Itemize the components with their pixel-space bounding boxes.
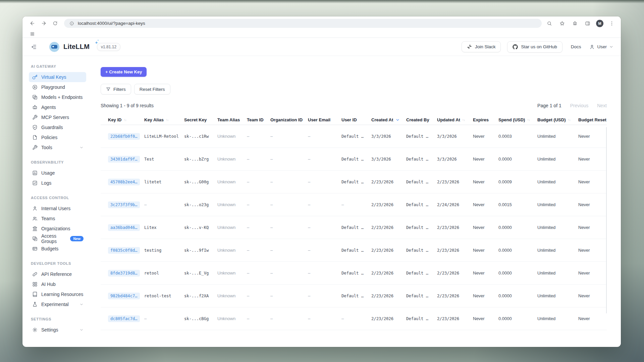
user-icon (32, 206, 38, 211)
cell-key-id: dc805fac7d… (108, 315, 144, 322)
sidebar-item-access-groups[interactable]: Access GroupsNew (29, 234, 86, 244)
back-icon[interactable] (28, 19, 37, 28)
cell-expires: Never (473, 293, 498, 298)
create-new-key-button[interactable]: + Create New Key (101, 67, 147, 77)
sidebar-item-models-endpoints[interactable]: Models + Endpoints (29, 92, 86, 102)
next-page-button[interactable]: Next (597, 103, 607, 108)
sidebar-item-budgets[interactable]: Budgets (29, 244, 86, 254)
table-scrollbar[interactable] (606, 127, 607, 313)
cell-key-id: 34301daf9f… (108, 156, 144, 163)
key-id-link[interactable]: 8fde3719d8… (108, 270, 140, 277)
cell-updated-at: 2/23/2026 (437, 294, 473, 298)
sidebar-item-tools[interactable]: Tools (29, 142, 86, 153)
sort-icon[interactable]: ↑↓ (123, 118, 126, 122)
key-id-link[interactable]: 3c273f3f9b… (108, 201, 140, 208)
cell-user-id: Default … (341, 180, 371, 184)
column-header-created-by[interactable]: Created By (406, 117, 437, 122)
column-header-organization-id[interactable]: Organization ID (270, 117, 308, 122)
browser-profile-avatar[interactable]: M (596, 20, 603, 27)
column-header-expires[interactable]: Expires (473, 117, 498, 122)
column-header-key-alias[interactable]: Key Alias↑↓ (144, 117, 184, 122)
key-id-link[interactable]: f0835c0f8d… (108, 247, 140, 254)
side-panel-icon[interactable] (583, 19, 592, 28)
cell-budget-usd: Unlimited (537, 157, 578, 162)
sidebar-item-api-reference[interactable]: API Reference (29, 269, 86, 279)
browser-menu-icon[interactable] (607, 19, 616, 28)
column-header-user-id[interactable]: User ID (341, 117, 371, 122)
column-header-secret-key[interactable]: Secret Key (184, 117, 217, 122)
extensions-icon[interactable] (571, 19, 579, 28)
column-header-spend-usd[interactable]: Spend (USD)↑↓ (498, 117, 537, 122)
column-header-user-email[interactable]: User Email (308, 117, 341, 122)
sidebar-item-organizations[interactable]: Organizations (29, 224, 86, 234)
bookmark-star-icon[interactable] (558, 19, 567, 28)
table-row[interactable]: aa36bad046…Litexsk-...v-KQUnknown–––Defa… (101, 216, 607, 239)
reload-icon[interactable] (51, 19, 59, 28)
cell-team-alias: Unknown (217, 248, 247, 253)
cell-spend-usd: 0.0003 (498, 134, 537, 139)
column-header-team-alias[interactable]: Team Alias (217, 117, 247, 122)
sidebar-item-usage[interactable]: Usage (29, 168, 86, 178)
join-slack-button[interactable]: Join Slack (462, 41, 501, 52)
column-header-budget-reset[interactable]: Budget Reset (578, 117, 607, 122)
sidebar-item-ai-hub[interactable]: AI Hub (29, 279, 86, 289)
table-row[interactable]: 982bd484c7…retool-testsk-...f2XAUnknown–… (101, 285, 607, 307)
table-row[interactable]: f0835c0f8d…testingsk-...9fIwUnknown–––De… (101, 239, 607, 262)
reset-filters-button[interactable]: Reset Filters (134, 84, 170, 95)
key-id-link[interactable]: 45708b2ee4… (108, 179, 140, 185)
sidebar-item-virtual-keys[interactable]: Virtual Keys (29, 72, 86, 82)
column-header-budget-usd[interactable]: Budget (USD)↑↓ (537, 117, 578, 122)
cell-key-id: aa36bad046… (108, 224, 144, 231)
cell-created-at: 2/23/2026 (371, 248, 406, 253)
key-id-link[interactable]: aa36bad046… (108, 224, 140, 231)
key-id-link[interactable]: 22b68fb0f0… (108, 133, 140, 140)
sidebar-item-playground[interactable]: Playground (29, 82, 86, 92)
table-row[interactable]: 45708b2ee4…litetetsk-...G00gUnknown–––De… (101, 171, 607, 193)
table-row[interactable]: 34301daf9f…Testsk-...bZrgUnknown–––Defau… (101, 148, 607, 171)
forward-icon[interactable] (39, 19, 48, 28)
column-header-key-id[interactable]: Key ID↑↓ (108, 117, 144, 122)
table-row[interactable]: 3c273f3f9b…–sk-...o23gUnknown––––2/23/20… (101, 193, 607, 216)
collapse-sidebar-icon[interactable] (31, 44, 37, 50)
sidebar-item-mcp-servers[interactable]: MCP Servers (29, 112, 86, 122)
address-bar[interactable]: localhost:4000/ui/?page=api-keys (64, 19, 542, 28)
sidebar-item-settings[interactable]: Settings (29, 325, 86, 335)
site-info-icon[interactable] (69, 19, 75, 28)
table-row[interactable]: dc805fac7d…–sk-...cBGgUnknown––––2/23/20… (101, 307, 607, 330)
column-header-updated-at[interactable]: Updated At↑↓ (437, 117, 473, 122)
sidebar-item-experimental[interactable]: Experimental (29, 299, 86, 309)
column-header-team-id[interactable]: Team ID (247, 117, 270, 122)
table-row[interactable]: 8fde3719d8…retoolsk-...E_VgUnknown–––Def… (101, 262, 607, 285)
sort-icon[interactable]: ↑↓ (462, 118, 465, 122)
sidebar-section-label: Settings (31, 317, 86, 321)
sidebar-item-agents[interactable]: Agents (29, 102, 86, 112)
sidebar-item-label: Tools (41, 145, 52, 150)
sidebar-item-guardrails[interactable]: Guardrails (29, 122, 86, 132)
user-menu[interactable]: User (589, 44, 613, 50)
key-id-link[interactable]: 982bd484c7… (108, 293, 140, 299)
sidebar-item-teams[interactable]: Teams (29, 214, 86, 224)
sidebar-item-label: API Reference (41, 272, 72, 277)
sort-icon[interactable]: ↑↓ (166, 118, 168, 122)
docs-link[interactable]: Docs (571, 44, 581, 49)
sidebar-item-internal-users[interactable]: Internal Users (29, 203, 86, 214)
sort-icon[interactable]: ↑↓ (568, 118, 571, 122)
star-github-button[interactable]: Star us on GitHub (507, 41, 562, 53)
previous-page-button[interactable]: Previous (570, 103, 588, 108)
cell-team-alias: Unknown (217, 202, 247, 207)
key-id-link[interactable]: 34301daf9f… (108, 156, 140, 163)
tab-groups-icon[interactable] (28, 29, 37, 38)
key-id-link[interactable]: dc805fac7d… (108, 315, 140, 322)
sidebar-item-logs[interactable]: Logs (29, 178, 86, 188)
zoom-icon[interactable] (545, 19, 554, 28)
filters-button[interactable]: Filters (101, 84, 131, 95)
cell-budget-usd: Unlimited (537, 134, 578, 139)
version-text: v1.81.12 (101, 45, 116, 49)
sort-desc-icon[interactable] (395, 118, 400, 122)
sort-icon[interactable]: ↑↓ (527, 118, 530, 122)
sidebar-item-label: Agents (41, 105, 56, 110)
sidebar-item-policies[interactable]: Policies (29, 132, 86, 142)
table-row[interactable]: 22b68fb0f0…LiteLLM-Retoolsk-...c1RwUnkno… (101, 125, 607, 148)
column-header-created-at[interactable]: Created At (371, 117, 406, 122)
sidebar-item-learning-resources[interactable]: Learning Resources (29, 289, 86, 299)
